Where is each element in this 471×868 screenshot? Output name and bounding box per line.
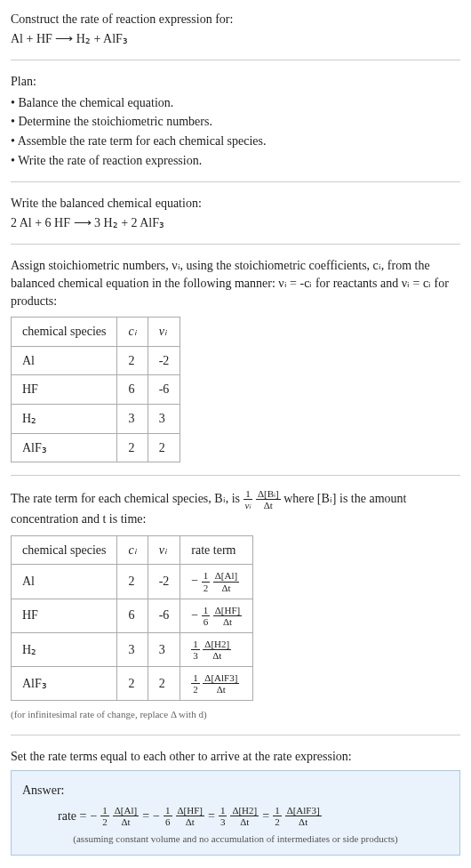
fraction: Δ[AlF3]Δt <box>285 805 322 827</box>
fraction-den: Δt <box>203 684 239 695</box>
stoich-intro: Assign stoichiometric numbers, νᵢ, using… <box>11 257 460 309</box>
table-cell: − 16 Δ[HF]Δt <box>180 599 253 632</box>
table-row: Al2-2− 12 Δ[Al]Δt <box>12 565 253 599</box>
table-header: cᵢ <box>117 317 148 347</box>
fraction: Δ[HF]Δt <box>176 805 204 827</box>
rate-term-table: chemical speciescᵢνᵢrate termAl2-2− 12 Δ… <box>11 535 253 701</box>
plan-item: • Balance the chemical equation. <box>11 94 460 112</box>
answer-assumption-note: (assuming constant volume and no accumul… <box>22 832 449 846</box>
table-cell: 3 <box>148 404 180 433</box>
answer-label: Answer: <box>22 782 449 800</box>
table-header: chemical species <box>12 535 117 565</box>
fraction-num: Δ[AlF3] <box>285 805 322 816</box>
sign: − <box>191 607 201 621</box>
balanced-title: Write the balanced chemical equation: <box>11 195 460 213</box>
fraction-den: 2 <box>202 583 211 593</box>
table-cell: − 12 Δ[Al]Δt <box>180 565 253 599</box>
fraction-num: Δ[HF] <box>176 805 204 816</box>
fraction-den: 2 <box>100 816 109 827</box>
plan-item: • Write the rate of reaction expression. <box>11 152 460 170</box>
rate-intro-pre: The rate term for each chemical species,… <box>11 492 243 505</box>
table-cell: 2 <box>117 565 148 599</box>
fraction: Δ[Al]Δt <box>113 805 139 827</box>
fraction: 12 <box>273 805 282 827</box>
table-row: HF6-6− 16 Δ[HF]Δt <box>12 599 253 632</box>
table-cell: 2 <box>117 346 148 375</box>
fraction-num: Δ[HF] <box>213 605 242 616</box>
plan-list: • Balance the chemical equation.• Determ… <box>11 94 460 169</box>
fraction-num: 1 <box>191 639 200 650</box>
fraction-den: νᵢ <box>243 500 253 510</box>
table-cell: 2 <box>117 667 148 701</box>
divider <box>11 60 460 60</box>
table-header: cᵢ <box>117 535 148 565</box>
fraction: 13 <box>191 639 200 661</box>
table-cell: 6 <box>117 375 148 405</box>
fraction: Δ[Bᵢ] Δt <box>256 488 281 510</box>
equals-sign: = <box>262 808 269 825</box>
fraction-den: Δt <box>230 816 259 827</box>
fraction-num: 1 <box>219 805 228 816</box>
fraction: Δ[AlF3]Δt <box>203 672 239 695</box>
table-header: νᵢ <box>148 535 180 565</box>
fraction-num: Δ[Al] <box>113 805 139 816</box>
fraction-den: Δt <box>113 816 139 827</box>
equals-sign: = <box>142 808 149 825</box>
table-row: H₂3313 Δ[H2]Δt <box>12 632 253 666</box>
fraction-num: Δ[H2] <box>203 639 231 650</box>
plan-item: • Assemble the rate term for each chemic… <box>11 133 460 150</box>
table-cell: 2 <box>117 433 148 462</box>
fraction-den: Δt <box>285 816 322 827</box>
table-row: Al2-2 <box>12 346 180 375</box>
fraction: 12 <box>191 672 200 695</box>
fraction-den: 2 <box>273 816 282 827</box>
fraction: Δ[Al]Δt <box>213 570 239 592</box>
table-cell: HF <box>12 375 117 405</box>
fraction: 1 νᵢ <box>243 488 253 510</box>
table-cell: AlF₃ <box>12 433 117 462</box>
table-cell: 3 <box>117 404 148 433</box>
sign: − <box>90 808 97 825</box>
table-cell: AlF₃ <box>12 667 117 701</box>
fraction-den: Δt <box>256 500 281 510</box>
answer-box: Answer: rate = −12Δ[Al]Δt = −16Δ[HF]Δt =… <box>11 770 460 856</box>
fraction-num: 1 <box>202 570 211 582</box>
table-cell: 12 Δ[AlF3]Δt <box>180 667 253 701</box>
rate-term-intro: The rate term for each chemical species,… <box>11 488 460 528</box>
fraction-den: 3 <box>219 816 228 827</box>
table-cell: 3 <box>117 632 148 666</box>
fraction-den: 2 <box>191 684 200 695</box>
infinitesimal-note: (for infinitesimal rate of change, repla… <box>11 708 460 721</box>
table-cell: -2 <box>148 346 180 375</box>
fraction: Δ[H2]Δt <box>230 805 259 827</box>
table-row: AlF₃2212 Δ[AlF3]Δt <box>12 667 253 701</box>
divider <box>11 475 460 476</box>
fraction: 13 <box>219 805 228 827</box>
plan-item: • Determine the stoichiometric numbers. <box>11 113 460 131</box>
fraction-den: 6 <box>164 816 172 827</box>
final-intro: Set the rate terms equal to each other t… <box>11 748 460 766</box>
fraction: Δ[H2]Δt <box>203 639 231 661</box>
fraction: 16 <box>202 605 211 627</box>
fraction: Δ[HF]Δt <box>213 605 242 627</box>
sign: − <box>153 808 160 825</box>
fraction-den: Δt <box>203 650 231 661</box>
fraction-num: Δ[AlF3] <box>203 672 239 684</box>
table-cell: -2 <box>148 565 180 599</box>
question-equation: Al + HF ⟶ H₂ + AlF₃ <box>11 30 460 48</box>
table-header: νᵢ <box>148 317 180 347</box>
fraction-num: 1 <box>191 672 200 684</box>
divider <box>11 735 460 735</box>
fraction-den: Δt <box>176 816 204 827</box>
fraction: 16 <box>164 805 172 827</box>
table-cell: Al <box>12 565 117 599</box>
question-line1: Construct the rate of reaction expressio… <box>11 11 460 28</box>
fraction-num: Δ[H2] <box>230 805 259 816</box>
table-cell: 2 <box>148 433 180 462</box>
table-cell: 6 <box>117 599 148 632</box>
table-cell: 13 Δ[H2]Δt <box>180 632 253 666</box>
table-cell: H₂ <box>12 404 117 433</box>
fraction-den: Δt <box>213 583 239 593</box>
table-cell: HF <box>12 599 117 632</box>
table-row: H₂33 <box>12 404 180 433</box>
